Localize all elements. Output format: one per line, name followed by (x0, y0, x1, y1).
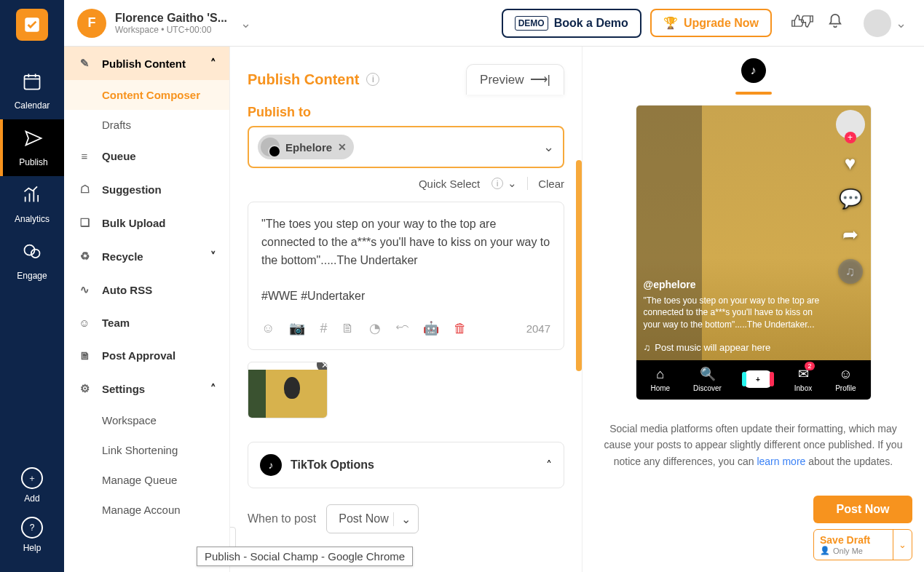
sidebar-item-post-approval[interactable]: 🗎Post Approval (64, 339, 229, 372)
info-icon[interactable]: i (366, 73, 379, 86)
workspace-avatar[interactable]: F (77, 9, 106, 38)
rail-publish[interactable]: Publish (0, 119, 64, 176)
clear-button[interactable]: Clear (538, 178, 564, 190)
tiktok-options[interactable]: ♪ TikTok Options ˄ (248, 442, 564, 488)
svg-rect-1 (25, 76, 40, 90)
sidebar-label: Recycle (102, 250, 143, 263)
rail-label: Calendar (15, 100, 50, 111)
when-value: Post Now (339, 512, 388, 525)
account-selector[interactable]: Ephelore ✕ ⌄ (248, 126, 564, 168)
sidebar-item-manage-accounts[interactable]: Manage Accoun (64, 495, 229, 525)
plus-icon: + (745, 370, 771, 388)
user-icon: ☺ (77, 317, 92, 329)
rail-help[interactable]: ? Help (0, 512, 64, 557)
recycle-icon: ♻ (77, 250, 92, 263)
heart-icon: ♥ (845, 152, 856, 175)
sidebar-label: Bulk Upload (102, 217, 166, 229)
sidebar-item-workspace[interactable]: Workspace (64, 405, 229, 435)
trophy-icon: 🏆 (663, 16, 678, 30)
hashtag-icon[interactable]: # (320, 321, 327, 336)
pencil-icon: ✎ (77, 57, 92, 70)
chevron-down-icon: ⌄ (891, 15, 911, 31)
plug-icon[interactable]: ⬿ (395, 321, 408, 336)
sidebar-item-drafts[interactable]: Drafts (64, 110, 229, 140)
chevron-up-icon: ˄ (210, 382, 216, 395)
chevron-down-icon[interactable]: ⌄ (893, 530, 912, 560)
options-title: TikTok Options (291, 458, 374, 472)
rail-engage[interactable]: Engage (0, 233, 64, 290)
plus-circle-icon: ＋ (21, 467, 43, 489)
search-icon: 🔍 (700, 366, 716, 382)
document-icon[interactable]: 🗎 (341, 321, 355, 336)
bell-icon[interactable] (827, 13, 843, 33)
clock-icon[interactable]: ◔ (369, 320, 381, 336)
inbox-icon: ✉ (798, 366, 809, 382)
preview-panel: ♪ ♥ 💬 ➦ ♫ @ephelore "The toes you step o… (583, 47, 924, 572)
profile-menu[interactable]: ⌄ (856, 9, 911, 37)
media-thumbnail[interactable]: ✕ (248, 362, 328, 418)
info-icon: i (491, 178, 503, 189)
phone-screen: ♥ 💬 ➦ ♫ @ephelore "The toes you step on … (636, 106, 871, 360)
nav-create: + (745, 370, 771, 388)
preview-caption: "The toes you step on your way to the to… (644, 295, 820, 331)
sidebar-item-link-shortening[interactable]: Link Shortening (64, 435, 229, 465)
sidebar-label: Team (102, 317, 130, 329)
rail-add[interactable]: ＋ Add (0, 463, 64, 508)
rail-label: Add (24, 493, 39, 504)
rail-calendar[interactable]: Calendar (0, 63, 64, 119)
upgrade-button[interactable]: 🏆 Upgrade Now (650, 9, 772, 37)
camera-icon[interactable]: 📷 (289, 320, 305, 336)
button-label: Book a Demo (554, 17, 628, 30)
workspace-meta: Workspace • UTC+00:00 (115, 25, 227, 35)
sidebar-label: Suggestion (102, 183, 162, 196)
workspace-dropdown[interactable]: ⌄ (236, 15, 256, 31)
sidebar-item-recycle[interactable]: ♻Recycle˅ (64, 239, 229, 273)
sidebar-label: Workspace (102, 414, 157, 426)
chevron-down-icon: ⌄ (393, 512, 411, 526)
publish-to-label: Publish to (230, 105, 582, 120)
remove-account-icon[interactable]: ✕ (338, 141, 347, 153)
workspace-block[interactable]: Florence Gaitho 'S... Workspace • UTC+00… (115, 12, 227, 35)
sidebar-item-auto-rss[interactable]: ∿Auto RSS (64, 273, 229, 306)
chevron-down-icon[interactable]: ⌄ (543, 139, 554, 155)
when-to-post-label: When to post (248, 512, 316, 525)
sidebar-item-bulk-upload[interactable]: ❏Bulk Upload (64, 206, 229, 239)
emoji-icon[interactable]: ☺ (261, 321, 275, 336)
tiktok-icon[interactable]: ♪ (741, 58, 766, 83)
chevron-down-icon: ⌄ (508, 177, 517, 190)
post-text-input[interactable] (261, 215, 550, 310)
chevron-up-icon: ˄ (546, 458, 552, 472)
sidebar-item-manage-queue[interactable]: Manage Queue (64, 465, 229, 495)
preview-label: Preview (480, 73, 524, 87)
preview-music: ♫Post music will appear here (644, 342, 771, 353)
post-now-button[interactable]: Post Now (813, 496, 912, 523)
thumbs-icon[interactable] (791, 13, 814, 33)
profile-icon: ☺ (839, 367, 852, 382)
save-draft-button[interactable]: Save Draft 👤Only Me ⌄ (813, 529, 912, 560)
book-demo-button[interactable]: DEMO Book a Demo (502, 9, 641, 38)
rail-label: Publish (19, 157, 47, 167)
chevron-down-icon: ˅ (210, 250, 216, 263)
sidebar-item-queue[interactable]: ≡Queue (64, 140, 229, 172)
app-logo[interactable] (16, 9, 48, 41)
rail-analytics[interactable]: Analytics (0, 176, 64, 233)
sidebar-item-content-composer[interactable]: Content Composer (64, 80, 229, 110)
sidebar-label: Publish Content (102, 57, 186, 70)
preview-note: Social media platforms often update thei… (597, 421, 909, 469)
trash-icon[interactable]: 🗑 (454, 321, 467, 336)
quick-select-button[interactable]: Quick Selecti⌄ (419, 177, 517, 190)
learn-more-link[interactable]: learn more (757, 456, 805, 467)
robot-icon[interactable]: 🤖 (423, 320, 439, 336)
sidebar-item-team[interactable]: ☺Team (64, 306, 229, 339)
sidebar-section-publish-content[interactable]: ✎ Publish Content ˄ (64, 47, 229, 80)
preview-handle: @ephelore (644, 279, 820, 290)
preview-toggle[interactable]: Preview ⟶| (466, 64, 564, 95)
sidebar-item-suggestion[interactable]: ☖Suggestion (64, 172, 229, 206)
gear-icon: ⚙ (77, 382, 92, 395)
nav-profile: ☺Profile (835, 367, 856, 392)
actions: Post Now Save Draft 👤Only Me ⌄ (813, 496, 912, 560)
comment-icon: 💬 (839, 188, 862, 210)
when-to-post-select[interactable]: Post Now ⌄ (326, 504, 418, 533)
sidebar-item-settings[interactable]: ⚙Settings˄ (64, 372, 229, 405)
left-rail: Calendar Publish Analytics Engage ＋ Add … (0, 0, 64, 572)
